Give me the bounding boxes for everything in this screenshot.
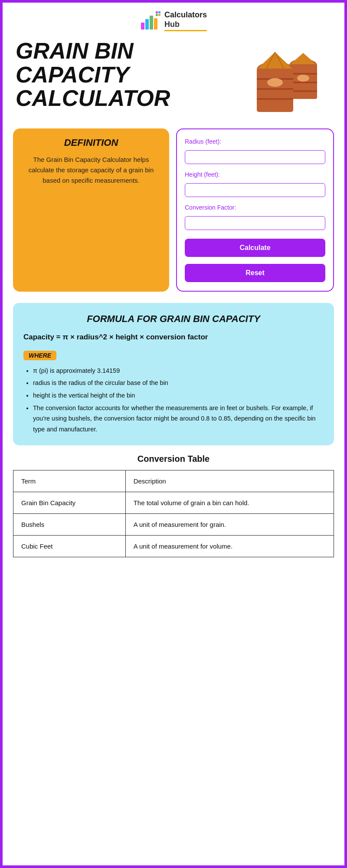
svg-rect-19 — [257, 69, 293, 112]
formula-bullet-2: radius is the radius of the circular bas… — [33, 378, 324, 388]
formula-section: FORMULA FOR GRAIN BIN CAPACITY Capacity … — [13, 303, 334, 445]
svg-marker-9 — [289, 53, 317, 65]
logo-line1: Calculators — [164, 10, 207, 20]
table-cell-term: Cubic Feet — [13, 535, 126, 557]
svg-point-23 — [267, 78, 283, 87]
grain-bins-illustration — [240, 39, 327, 117]
calculator-box: Radius (feet): Height (feet): Conversion… — [176, 128, 334, 292]
conversion-label: Conversion Factor: — [185, 204, 325, 211]
hero-image-area — [236, 39, 331, 117]
main-content: DEFINITION The Grain Bin Capacity Calcul… — [3, 122, 344, 299]
conversion-section: Conversion Table Term Description Grain … — [3, 445, 344, 566]
formula-equation: Capacity = π × radius^2 × height × conve… — [23, 332, 324, 343]
table-row: Cubic FeetA unit of measurement for volu… — [13, 535, 334, 557]
svg-rect-5 — [158, 11, 160, 13]
logo-icon — [140, 10, 161, 31]
radius-label: Radius (feet): — [185, 138, 325, 145]
table-cell-term: Grain Bin Capacity — [13, 492, 126, 513]
conversion-table: Term Description Grain Bin CapacityThe t… — [13, 470, 334, 557]
where-badge: WHERE — [23, 351, 56, 360]
formula-list: π (pi) is approximately 3.14159 radius i… — [23, 365, 324, 435]
svg-rect-2 — [150, 16, 153, 30]
formula-bullet-4: The conversion factor accounts for wheth… — [33, 403, 324, 435]
svg-point-14 — [297, 75, 309, 82]
formula-title: FORMULA FOR GRAIN BIN CAPACITY — [23, 313, 324, 325]
header: Calculators Hub — [3, 3, 344, 35]
definition-title: DEFINITION — [64, 137, 118, 148]
logo-underline — [164, 30, 207, 31]
logo-text: Calculators Hub — [164, 10, 207, 31]
svg-rect-0 — [141, 23, 144, 30]
table-cell-description: A unit of measurement for grain. — [125, 513, 334, 535]
hero-section: GRAIN BIN CAPACITY CALCULATOR — [3, 35, 344, 122]
header-description: Description — [125, 470, 334, 492]
table-row: Grain Bin CapacityThe total volume of gr… — [13, 492, 334, 513]
definition-text: The Grain Bin Capacity Calculator helps … — [21, 155, 161, 186]
conversion-table-title: Conversion Table — [13, 454, 334, 464]
table-cell-description: A unit of measurement for volume. — [125, 535, 334, 557]
table-row: BushelsA unit of measurement for grain. — [13, 513, 334, 535]
svg-rect-7 — [158, 14, 160, 16]
height-label: Height (feet): — [185, 171, 325, 178]
height-input[interactable] — [185, 183, 325, 197]
formula-bullet-1: π (pi) is approximately 3.14159 — [33, 365, 324, 376]
svg-rect-3 — [154, 18, 157, 30]
reset-button[interactable]: Reset — [185, 264, 325, 282]
conversion-input[interactable] — [185, 216, 325, 230]
hero-title: GRAIN BIN CAPACITY CALCULATOR — [16, 39, 232, 110]
calculate-button[interactable]: Calculate — [185, 239, 325, 257]
svg-rect-4 — [156, 11, 158, 13]
svg-marker-16 — [257, 52, 293, 69]
header-term: Term — [13, 470, 126, 492]
definition-box: DEFINITION The Grain Bin Capacity Calcul… — [13, 128, 169, 292]
table-cell-term: Bushels — [13, 513, 126, 535]
radius-input[interactable] — [185, 150, 325, 164]
svg-rect-1 — [145, 19, 149, 30]
svg-rect-6 — [156, 14, 158, 16]
table-header-row: Term Description — [13, 470, 334, 492]
logo-line2: Hub — [164, 20, 207, 30]
table-cell-description: The total volume of grain a bin can hold… — [125, 492, 334, 513]
formula-bullet-3: height is the vertical height of the bin — [33, 390, 324, 401]
